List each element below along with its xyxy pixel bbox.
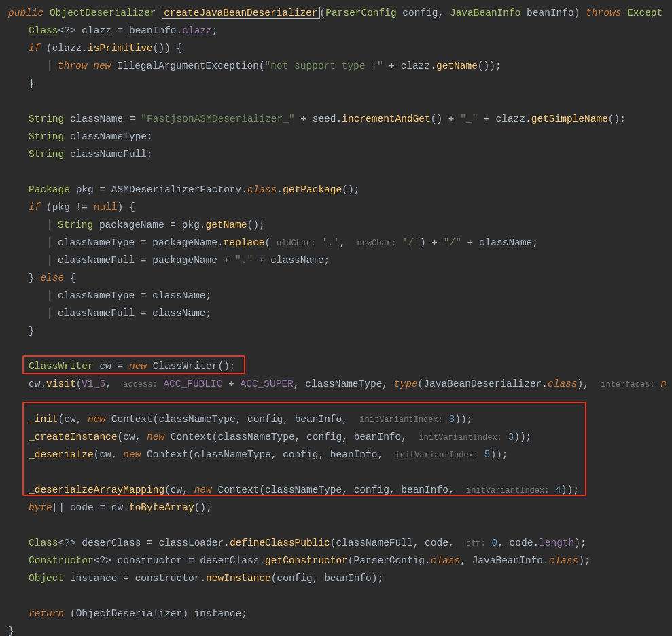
code-line: public ObjectDeserializer createJavaBean… [8,4,672,22]
code-line: _deserialze(cw, new Context(classNameTyp… [8,446,672,463]
code-line: _init(cw, new Context(classNameType, con… [8,410,672,428]
code-line: byte[] code = cw.toByteArray(); [8,499,672,516]
method-name-highlighted: createJavaBeanDeserializer [162,7,319,19]
code-line: cw.visit(V1_5, access: ACC_PUBLIC + ACC_… [8,375,672,393]
code-line: if (clazz.isPrimitive()) { [8,39,672,57]
code-editor[interactable]: public ObjectDeserializer createJavaBean… [0,0,672,636]
code-line: Class<?> deserClass = classLoader.define… [8,534,672,552]
code-line: return (ObjectDeserializer) instance; [8,605,672,622]
code-line: ClassWriter cw = new ClassWriter(); [8,357,672,375]
code-line: Package pkg = ASMDeserializerFactory.cla… [8,181,672,198]
code-line: classNameFull = className; [8,304,672,322]
code-line: String packageName = pkg.getName(); [8,216,672,234]
code-line: Class<?> clazz = beanInfo.clazz; [8,22,672,39]
return-type: ObjectDeserializer [50,7,156,18]
exception-type: Except [627,7,662,18]
code-line: classNameType = packageName.replace( old… [8,234,672,251]
code-line: String className = "FastjsonASMDeseriali… [8,110,672,128]
code-line: classNameType = className; [8,287,672,304]
param-type: JavaBeanInfo [450,7,520,18]
param-name: config [402,7,438,18]
code-line: } [8,322,672,340]
code-line: String classNameFull; [8,145,672,163]
keyword: public [8,7,43,18]
code-line: } else { [8,269,672,287]
param-type: ParserConfig [325,7,396,18]
code-line: String classNameType; [8,128,672,145]
param-name: beanInfo [527,7,574,18]
code-line: if (pkg != null) { [8,198,672,216]
code-line: classNameFull = packageName + "." + clas… [8,251,672,269]
keyword: throws [586,7,621,18]
code-line: } [8,622,672,636]
code-line: throw new IllegalArgumentException("not … [8,57,672,75]
code-line: } [8,75,672,92]
code-line: _createInstance(cw, new Context(classNam… [8,428,672,446]
code-line: Object instance = constructor.newInstanc… [8,569,672,587]
code-line: Constructor<?> constructor = deserClass.… [8,552,672,569]
code-line: _deserialzeArrayMapping(cw, new Context(… [8,481,672,499]
